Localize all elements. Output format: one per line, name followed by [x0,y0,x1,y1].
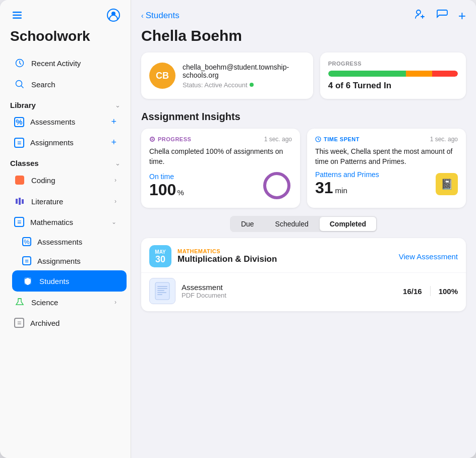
main-content: ‹ Students + Chella B [131,0,476,458]
assignments-icon: ≡ [14,138,24,148]
doc-percent: 100% [439,287,458,296]
insight-progress-header: PROGRESS 1 sec. ago [149,136,292,143]
view-assessment-button[interactable]: View Assessment [399,252,458,261]
insight-time-label: TIME SPENT [324,136,360,142]
mathematics-chevron-icon[interactable]: ⌄ [111,218,116,225]
assessments-icon: % [14,117,24,127]
sidebar-item-search[interactable]: Search [4,74,127,95]
insight-progress-type: PROGRESS [149,136,191,142]
sidebar-item-math-assessments[interactable]: % Assessments [12,232,127,251]
sidebar-item-archived[interactable]: ≡ Archived [4,313,127,333]
progress-bar [328,71,458,77]
notebook-icon: 📓 [436,173,458,195]
science-chevron-icon: › [114,299,116,306]
status-label: Status: Active Account [183,81,248,89]
sidebar-item-recent-activity[interactable]: Recent Activity [4,52,127,74]
doc-thumbnail [149,278,175,304]
add-assignment-icon[interactable]: + [111,137,116,148]
insight-time-subject: Patterns and Primes [315,170,379,179]
sidebar-item-mathematics[interactable]: ≡ Mathematics ⌄ [4,212,127,232]
doc-info: Assessment PDF Document [182,283,397,299]
svg-rect-2 [13,18,22,19]
sidebar-item-math-students[interactable]: Students [12,270,127,292]
classes-section-header: Classes ⌄ [0,153,131,169]
add-icon[interactable]: + [458,9,466,22]
science-label: Science [31,298,108,307]
breadcrumb-chevron-icon: ‹ [141,12,144,20]
app-title: Schoolwork [0,26,131,52]
sidebar: Schoolwork Recent Activity Search [0,0,131,458]
library-section-header: Library ⌄ [0,95,131,111]
sidebar-item-coding[interactable]: Coding › [4,169,127,191]
assignment-card: MAY 30 MATHEMATICS Multiplication & Divi… [141,238,466,311]
library-assessments-label: Assessments [30,118,105,126]
account-icon[interactable] [106,8,121,22]
insight-time-unit: min [335,186,347,195]
assignment-doc-row: Assessment PDF Document 16/16 100% [141,272,466,311]
header-actions: + [414,8,466,23]
breadcrumb[interactable]: ‹ Students [141,11,180,21]
archived-label: Archived [30,319,116,327]
library-chevron-icon[interactable]: ⌄ [115,101,121,109]
math-students-label: Students [39,277,116,285]
literature-chevron-icon: › [114,198,116,205]
add-assessment-icon[interactable]: + [111,117,116,127]
insight-time-timestamp: 1 sec. ago [430,136,458,143]
assignment-date-badge: MAY 30 [149,245,171,267]
coding-icon [14,175,25,186]
doc-score: 16/16 [403,287,422,296]
assignment-name: Multiplication & Division [177,254,399,264]
library-assignments-label: Assignments [30,138,105,147]
tab-due[interactable]: Due [231,217,264,231]
status-active-dot [250,83,254,87]
sidebar-item-science[interactable]: Science › [4,292,127,313]
message-icon[interactable] [436,8,448,23]
tab-scheduled[interactable]: Scheduled [265,217,319,231]
insight-progress-time: 1 sec. ago [264,136,292,143]
student-avatar: CB [149,63,175,89]
main-header: ‹ Students + [131,0,476,27]
mathematics-label: Mathematics [30,218,105,226]
insight-progress-metric-label: On time [149,173,184,181]
svg-rect-21 [157,288,167,289]
svg-rect-1 [13,15,22,16]
recent-activity-label: Recent Activity [31,59,116,68]
tab-completed[interactable]: Completed [320,217,376,231]
math-assignments-icon: ≡ [22,256,31,265]
svg-rect-9 [22,199,24,204]
math-students-icon [22,275,33,287]
classes-chevron-icon[interactable]: ⌄ [115,159,121,167]
info-row: CB chella_boehm@student.township-schools… [131,52,476,107]
svg-point-17 [265,174,289,198]
insight-time-header: TIME SPENT 1 sec. ago [315,136,458,143]
insights-row: PROGRESS 1 sec. ago Chella completed 100… [131,129,476,216]
app-window: Schoolwork Recent Activity Search [0,0,476,458]
recent-activity-icon [14,58,25,69]
math-assignments-label: Assignments [37,257,116,265]
sidebar-item-assessments[interactable]: % Assessments + [4,111,127,132]
library-label: Library [10,101,36,109]
insight-progress-label: PROGRESS [158,136,191,142]
sidebar-item-assignments[interactable]: ≡ Assignments + [4,132,127,153]
student-details: chella_boehm@student.township-schools.or… [183,63,305,89]
progress-insight-card: PROGRESS 1 sec. ago Chella completed 100… [141,129,300,208]
add-student-icon[interactable] [414,8,426,23]
assignment-header: MAY 30 MATHEMATICS Multiplication & Divi… [141,238,466,272]
svg-rect-8 [19,198,21,205]
doc-stats: 16/16 100% [403,286,458,296]
svg-rect-24 [157,294,162,295]
sidebar-toggle-icon[interactable] [10,8,24,22]
assignment-subject: MATHEMATICS [177,248,399,254]
mathematics-icon: ≡ [14,217,24,227]
progress-label: PROGRESS [328,61,458,67]
coding-chevron-icon: › [114,177,116,184]
svg-rect-0 [13,12,22,13]
sidebar-item-literature[interactable]: Literature › [4,191,127,212]
math-assessments-label: Assessments [37,238,116,246]
student-info-card: CB chella_boehm@student.township-schools… [141,52,313,99]
time-spent-insight-card: TIME SPENT 1 sec. ago This week, Chella … [307,129,466,208]
svg-rect-22 [157,290,164,291]
sidebar-item-math-assignments[interactable]: ≡ Assignments [12,251,127,270]
student-email: chella_boehm@student.township-schools.or… [183,63,305,79]
doc-stat-divider [430,286,431,296]
